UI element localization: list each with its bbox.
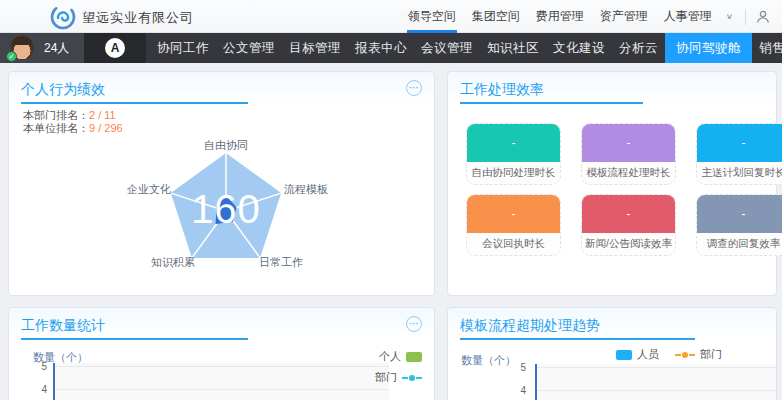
app-launcher-icon: A	[105, 38, 125, 58]
work-efficiency-panel: 工作处理效率 - 自由协同处理时长 - 模板流程处理时长 - 主送计划回复时长 …	[447, 71, 777, 296]
nav-item-culture[interactable]: 文化建设	[546, 33, 612, 63]
online-status-icon: ✓	[6, 51, 17, 62]
top-menu-item-asset[interactable]: 资产管理	[592, 0, 656, 33]
legend-item-department[interactable]: 部门	[375, 370, 422, 385]
nav-item-reports[interactable]: 报表中心	[348, 33, 414, 63]
gridline	[537, 367, 776, 368]
kpi-value: -	[467, 195, 560, 233]
gridline	[537, 390, 776, 391]
legend-item-department[interactable]: 部门	[675, 347, 722, 362]
panel-title: 个人行为绩效	[21, 81, 105, 99]
chart-legend: 人员 部门	[616, 347, 722, 362]
dashboard-screen: 望远实业有限公司 领导空间 集团空间 费用管理 资产管理 人事管理 ∨ ✓ 24…	[0, 0, 782, 400]
kpi-label: 模板流程处理时长	[582, 162, 675, 184]
title-underline	[460, 338, 695, 340]
kpi-value: -	[582, 195, 675, 233]
people-count[interactable]: 24人	[44, 33, 69, 63]
top-menu-item-leader-space[interactable]: 领导空间	[400, 0, 464, 33]
legend-swatch-icon	[406, 352, 422, 362]
kpi-label: 调查的回复效率	[697, 233, 782, 255]
chart-plot-area	[535, 364, 776, 400]
kpi-card-survey-reply-efficiency[interactable]: - 调查的回复效率	[696, 194, 782, 256]
nav-user-block: ✓ 24人	[0, 33, 84, 63]
kpi-label: 自由协同处理时长	[467, 162, 560, 184]
radar-label-culture: 企业文化	[127, 182, 171, 197]
legend-line-icon	[675, 350, 695, 360]
gridline	[55, 389, 389, 390]
chart-plot-area	[53, 363, 389, 400]
radar-score: 160	[166, 187, 286, 232]
company-logo-icon	[50, 4, 76, 30]
legend-label: 个人	[379, 349, 401, 364]
company-name: 望远实业有限公司	[82, 9, 194, 27]
main-nav: ✓ 24人 A 协同工作 公文管理 目标管理 报表中心 会议管理 知识社区 文化…	[0, 33, 782, 63]
panel-title: 模板流程超期处理趋势	[460, 317, 600, 335]
top-menu: 领导空间 集团空间 费用管理 资产管理 人事管理 ∨	[400, 0, 774, 33]
nav-item-documents[interactable]: 公文管理	[216, 33, 282, 63]
nav-item-cockpit[interactable]: 协同驾驶舱	[665, 33, 752, 63]
top-menu-item-expense[interactable]: 费用管理	[528, 0, 592, 33]
nav-item-meetings[interactable]: 会议管理	[414, 33, 480, 63]
radar-label-knowledge: 知识积累	[151, 255, 195, 270]
chevron-down-icon[interactable]: ∨	[720, 12, 739, 21]
kpi-label: 会议回执时长	[467, 233, 560, 255]
topbar: 望远实业有限公司 领导空间 集团空间 费用管理 资产管理 人事管理 ∨	[0, 0, 782, 33]
radar-label-daily-work: 日常工作	[259, 255, 303, 270]
title-underline	[21, 338, 248, 340]
legend-item-personal[interactable]: 个人	[379, 349, 422, 364]
nav-item-collaboration[interactable]: 协同工作	[150, 33, 216, 63]
nav-item-analytics-cloud[interactable]: 分析云	[612, 33, 665, 63]
kpi-card-template-process-duration[interactable]: - 模板流程处理时长	[581, 123, 676, 185]
y-tick-4: 4	[510, 385, 526, 396]
title-underline	[21, 102, 248, 104]
dept-rank-label: 本部门排名：	[23, 109, 89, 121]
chart-legend: 个人 部门	[375, 349, 422, 385]
nav-item-sales-analysis[interactable]: 销售分析	[752, 33, 782, 63]
more-options-icon[interactable]: ⋯	[406, 316, 422, 332]
overdue-trend-panel: 模板流程超期处理趋势 人员 部门 数量（个） 5 4	[447, 307, 777, 400]
y-tick-4: 4	[31, 384, 47, 395]
kpi-value: -	[697, 124, 782, 162]
radar-label-process-template: 流程模板	[284, 182, 328, 197]
kpi-value: -	[467, 124, 560, 162]
kpi-card-free-collab-duration[interactable]: - 自由协同处理时长	[466, 123, 561, 185]
legend-swatch-icon	[616, 350, 632, 360]
dept-rank-value: 2 / 11	[89, 109, 116, 121]
topbar-divider	[745, 9, 746, 25]
kpi-label: 主送计划回复时长	[697, 162, 782, 184]
kpi-card-plan-reply-duration[interactable]: - 主送计划回复时长	[696, 123, 782, 185]
legend-label: 部门	[700, 347, 722, 362]
more-options-icon[interactable]: ⋯	[406, 80, 422, 96]
legend-line-icon	[402, 373, 422, 383]
panel-title: 工作数量统计	[21, 317, 105, 335]
nav-item-goals[interactable]: 目标管理	[282, 33, 348, 63]
legend-label: 人员	[637, 347, 659, 362]
y-axis-label: 数量（个）	[461, 353, 516, 368]
kpi-value: -	[697, 195, 782, 233]
kpi-card-news-read-efficiency[interactable]: - 新闻/公告阅读效率	[581, 194, 676, 256]
top-menu-item-hr[interactable]: 人事管理	[656, 0, 720, 33]
panel-title: 工作处理效率	[460, 81, 544, 99]
kpi-value: -	[582, 124, 675, 162]
legend-item-personnel[interactable]: 人员	[616, 347, 659, 362]
nav-item-knowledge[interactable]: 知识社区	[480, 33, 546, 63]
app-launcher-button[interactable]: A	[84, 33, 146, 63]
user-icon[interactable]	[752, 6, 774, 28]
nav-items: 协同工作 公文管理 目标管理 报表中心 会议管理 知识社区 文化建设 分析云 协…	[150, 33, 782, 63]
personal-performance-panel: 个人行为绩效 ⋯ 本部门排名：2 / 11 本单位排名：9 / 296 160 …	[8, 71, 435, 296]
kpi-label: 新闻/公告阅读效率	[582, 233, 675, 255]
work-count-panel: 工作数量统计 ⋯ 数量（个） 5 4 个人 部门	[8, 307, 435, 400]
title-underline	[460, 102, 643, 104]
y-tick-5: 5	[510, 362, 526, 373]
kpi-card-meeting-receipt-duration[interactable]: - 会议回执时长	[466, 194, 561, 256]
gridline	[55, 366, 389, 367]
top-menu-item-group-space[interactable]: 集团空间	[464, 0, 528, 33]
y-tick-5: 5	[31, 361, 47, 372]
legend-label: 部门	[375, 370, 397, 385]
radar-label-free-collab: 自由协同	[198, 138, 254, 153]
